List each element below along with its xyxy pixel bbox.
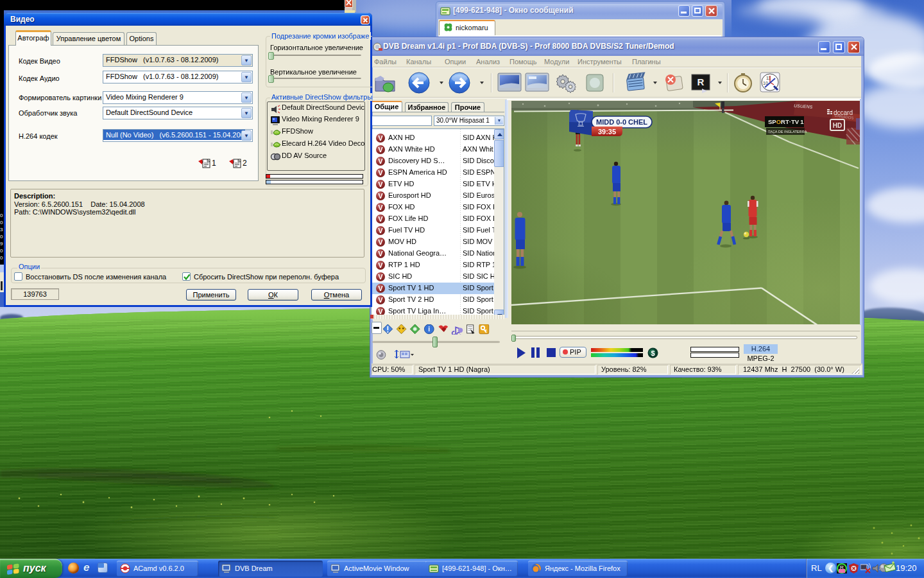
svg-text:dccard: dccard xyxy=(834,109,853,116)
svg-text:MIDD 0-0 CHEL: MIDD 0-0 CHEL xyxy=(596,118,647,126)
svg-text:R: R xyxy=(840,565,844,570)
svg-text:SPORT·TV 1: SPORT·TV 1 xyxy=(768,118,804,125)
svg-text:$: $ xyxy=(651,349,654,357)
svg-text:HD: HD xyxy=(833,122,842,129)
svg-text:TAÇA DE INGLATERRA: TAÇA DE INGLATERRA xyxy=(768,130,807,134)
svg-text:i: i xyxy=(428,326,430,333)
svg-text:R: R xyxy=(697,76,705,87)
svg-text:39:35: 39:35 xyxy=(598,128,616,136)
